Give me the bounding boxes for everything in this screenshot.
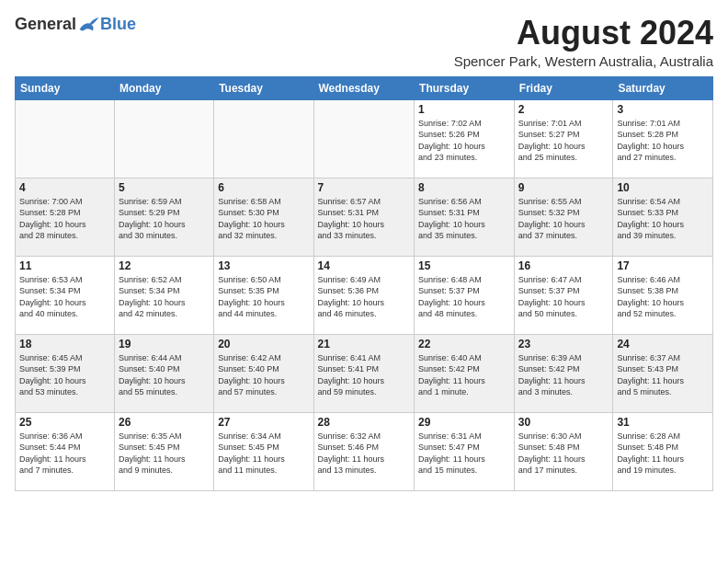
title-section: August 2024 Spencer Park, Western Austra… [454, 15, 713, 69]
day-info: Sunrise: 6:35 AM Sunset: 5:45 PM Dayligh… [119, 431, 210, 477]
calendar-week-row: 1Sunrise: 7:02 AM Sunset: 5:26 PM Daylig… [16, 99, 713, 178]
calendar-cell: 2Sunrise: 7:01 AM Sunset: 5:27 PM Daylig… [514, 99, 613, 178]
day-info: Sunrise: 6:59 AM Sunset: 5:29 PM Dayligh… [119, 196, 210, 242]
col-header-sunday: Sunday [16, 76, 115, 99]
day-number: 28 [318, 416, 411, 429]
calendar-cell: 29Sunrise: 6:31 AM Sunset: 5:47 PM Dayli… [415, 412, 515, 490]
day-info: Sunrise: 7:02 AM Sunset: 5:26 PM Dayligh… [418, 118, 510, 164]
day-number: 25 [19, 416, 110, 429]
calendar-header-row: SundayMondayTuesdayWednesdayThursdayFrid… [16, 76, 713, 99]
day-info: Sunrise: 6:32 AM Sunset: 5:46 PM Dayligh… [318, 431, 411, 477]
day-number: 11 [19, 259, 110, 272]
day-number: 31 [617, 416, 709, 429]
day-info: Sunrise: 6:40 AM Sunset: 5:42 PM Dayligh… [418, 352, 510, 398]
day-info: Sunrise: 7:01 AM Sunset: 5:27 PM Dayligh… [518, 118, 609, 164]
day-number: 20 [218, 338, 309, 350]
calendar-cell: 5Sunrise: 6:59 AM Sunset: 5:29 PM Daylig… [115, 178, 214, 256]
day-info: Sunrise: 6:39 AM Sunset: 5:42 PM Dayligh… [518, 352, 609, 398]
day-number: 29 [418, 416, 510, 429]
col-header-friday: Friday [514, 76, 613, 99]
day-number: 17 [617, 259, 709, 272]
col-header-thursday: Thursday [415, 76, 515, 99]
day-number: 7 [318, 181, 411, 194]
col-header-saturday: Saturday [613, 76, 713, 99]
calendar-cell: 4Sunrise: 7:00 AM Sunset: 5:28 PM Daylig… [16, 178, 115, 256]
day-info: Sunrise: 6:53 AM Sunset: 5:34 PM Dayligh… [19, 274, 110, 320]
calendar-cell: 11Sunrise: 6:53 AM Sunset: 5:34 PM Dayli… [16, 256, 115, 334]
calendar-cell: 6Sunrise: 6:58 AM Sunset: 5:30 PM Daylig… [214, 178, 313, 256]
day-info: Sunrise: 6:55 AM Sunset: 5:32 PM Dayligh… [518, 196, 609, 242]
day-number: 9 [518, 181, 609, 194]
calendar-cell: 26Sunrise: 6:35 AM Sunset: 5:45 PM Dayli… [115, 412, 214, 490]
day-info: Sunrise: 6:28 AM Sunset: 5:48 PM Dayligh… [617, 431, 709, 477]
day-number: 12 [119, 259, 210, 272]
page-header: General Blue August 2024 Spencer Park, W… [15, 15, 713, 69]
day-info: Sunrise: 6:45 AM Sunset: 5:39 PM Dayligh… [19, 352, 110, 398]
col-header-monday: Monday [115, 76, 214, 99]
calendar-cell: 27Sunrise: 6:34 AM Sunset: 5:45 PM Dayli… [214, 412, 313, 490]
calendar-cell: 20Sunrise: 6:42 AM Sunset: 5:40 PM Dayli… [214, 334, 313, 412]
day-info: Sunrise: 6:46 AM Sunset: 5:38 PM Dayligh… [617, 274, 709, 320]
calendar-cell [214, 99, 313, 178]
day-info: Sunrise: 6:49 AM Sunset: 5:36 PM Dayligh… [318, 274, 411, 320]
logo-general-text: General [15, 15, 76, 34]
logo-bird-icon [78, 16, 100, 34]
calendar-cell: 25Sunrise: 6:36 AM Sunset: 5:44 PM Dayli… [16, 412, 115, 490]
calendar-cell: 22Sunrise: 6:40 AM Sunset: 5:42 PM Dayli… [415, 334, 515, 412]
day-number: 18 [19, 338, 110, 350]
day-number: 22 [418, 338, 510, 350]
day-number: 24 [617, 338, 709, 350]
day-number: 8 [418, 181, 510, 194]
calendar-cell: 23Sunrise: 6:39 AM Sunset: 5:42 PM Dayli… [514, 334, 613, 412]
calendar-cell: 1Sunrise: 7:02 AM Sunset: 5:26 PM Daylig… [415, 99, 515, 178]
day-number: 13 [218, 259, 309, 272]
day-info: Sunrise: 6:41 AM Sunset: 5:41 PM Dayligh… [318, 352, 411, 398]
logo: General Blue [15, 15, 136, 34]
day-info: Sunrise: 6:57 AM Sunset: 5:31 PM Dayligh… [318, 196, 411, 242]
calendar-cell: 30Sunrise: 6:30 AM Sunset: 5:48 PM Dayli… [514, 412, 613, 490]
day-number: 4 [19, 181, 110, 194]
calendar-week-row: 25Sunrise: 6:36 AM Sunset: 5:44 PM Dayli… [16, 412, 713, 490]
calendar-cell: 10Sunrise: 6:54 AM Sunset: 5:33 PM Dayli… [613, 178, 713, 256]
day-info: Sunrise: 6:54 AM Sunset: 5:33 PM Dayligh… [617, 196, 709, 242]
calendar-cell: 19Sunrise: 6:44 AM Sunset: 5:40 PM Dayli… [115, 334, 214, 412]
day-number: 16 [518, 259, 609, 272]
calendar-cell: 15Sunrise: 6:48 AM Sunset: 5:37 PM Dayli… [415, 256, 515, 334]
day-number: 2 [518, 103, 609, 116]
calendar-cell: 12Sunrise: 6:52 AM Sunset: 5:34 PM Dayli… [115, 256, 214, 334]
day-number: 27 [218, 416, 309, 429]
day-info: Sunrise: 6:30 AM Sunset: 5:48 PM Dayligh… [518, 431, 609, 477]
calendar-cell: 3Sunrise: 7:01 AM Sunset: 5:28 PM Daylig… [613, 99, 713, 178]
day-number: 14 [318, 259, 411, 272]
calendar-cell: 28Sunrise: 6:32 AM Sunset: 5:46 PM Dayli… [313, 412, 415, 490]
calendar-cell: 16Sunrise: 6:47 AM Sunset: 5:37 PM Dayli… [514, 256, 613, 334]
calendar-cell: 13Sunrise: 6:50 AM Sunset: 5:35 PM Dayli… [214, 256, 313, 334]
day-info: Sunrise: 6:37 AM Sunset: 5:43 PM Dayligh… [617, 352, 709, 398]
col-header-tuesday: Tuesday [214, 76, 313, 99]
calendar-cell [16, 99, 115, 178]
calendar-cell [115, 99, 214, 178]
calendar-cell: 9Sunrise: 6:55 AM Sunset: 5:32 PM Daylig… [514, 178, 613, 256]
calendar-cell: 31Sunrise: 6:28 AM Sunset: 5:48 PM Dayli… [613, 412, 713, 490]
calendar-cell: 8Sunrise: 6:56 AM Sunset: 5:31 PM Daylig… [415, 178, 515, 256]
day-info: Sunrise: 6:47 AM Sunset: 5:37 PM Dayligh… [518, 274, 609, 320]
calendar-cell [313, 99, 415, 178]
day-info: Sunrise: 6:42 AM Sunset: 5:40 PM Dayligh… [218, 352, 309, 398]
day-number: 19 [119, 338, 210, 350]
day-number: 10 [617, 181, 709, 194]
calendar-cell: 24Sunrise: 6:37 AM Sunset: 5:43 PM Dayli… [613, 334, 713, 412]
day-number: 5 [119, 181, 210, 194]
day-info: Sunrise: 6:52 AM Sunset: 5:34 PM Dayligh… [119, 274, 210, 320]
calendar-week-row: 11Sunrise: 6:53 AM Sunset: 5:34 PM Dayli… [16, 256, 713, 334]
day-number: 3 [617, 103, 709, 116]
day-info: Sunrise: 6:48 AM Sunset: 5:37 PM Dayligh… [418, 274, 510, 320]
day-number: 15 [418, 259, 510, 272]
day-number: 26 [119, 416, 210, 429]
day-info: Sunrise: 6:31 AM Sunset: 5:47 PM Dayligh… [418, 431, 510, 477]
location-subtitle: Spencer Park, Western Australia, Austral… [454, 53, 713, 69]
calendar-cell: 17Sunrise: 6:46 AM Sunset: 5:38 PM Dayli… [613, 256, 713, 334]
calendar-table: SundayMondayTuesdayWednesdayThursdayFrid… [15, 76, 713, 491]
day-info: Sunrise: 6:34 AM Sunset: 5:45 PM Dayligh… [218, 431, 309, 477]
day-number: 21 [318, 338, 411, 350]
calendar-cell: 21Sunrise: 6:41 AM Sunset: 5:41 PM Dayli… [313, 334, 415, 412]
